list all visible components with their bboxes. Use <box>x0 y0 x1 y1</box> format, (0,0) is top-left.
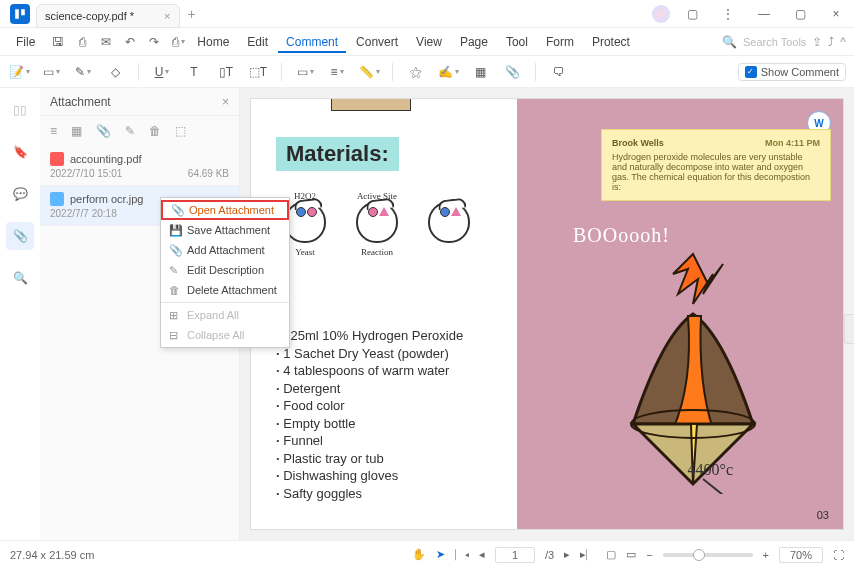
text-tool-icon[interactable]: T <box>183 61 205 83</box>
list-item: Detergent <box>276 380 463 398</box>
stamp-tool-icon[interactable]: ⚝ <box>405 61 427 83</box>
document-viewport[interactable]: Materials: W Brook WellsMon 4:11 PM Hydr… <box>240 88 854 540</box>
menu-edit[interactable]: Edit <box>239 31 276 53</box>
kebab-menu-icon[interactable]: ⋮ <box>714 0 742 28</box>
ctx-open-attachment[interactable]: 📎Open Attachment <box>161 200 289 220</box>
attachments-tab-icon[interactable]: 📎 <box>6 222 34 250</box>
attachment-item[interactable]: accounting.pdf 2022/7/10 15:0164.69 KB <box>40 146 239 186</box>
menu-comment[interactable]: Comment <box>278 31 346 53</box>
edit-attach-icon[interactable]: ✎ <box>125 124 135 138</box>
comment-note[interactable]: Brook WellsMon 4:11 PM Hydrogen peroxide… <box>601 129 831 201</box>
bookmarks-tab-icon[interactable]: 🔖 <box>6 138 34 166</box>
search-tab-icon[interactable]: 🔍 <box>6 264 34 292</box>
hide-comments-icon[interactable]: 🗨 <box>548 61 570 83</box>
list-item: Plastic tray or tub <box>276 450 463 468</box>
list-item: Empty bottle <box>276 415 463 433</box>
select-tool-icon[interactable]: ➤ <box>436 548 445 561</box>
zoom-out-icon[interactable]: − <box>646 549 652 561</box>
sidebar-title: Attachment <box>50 95 111 109</box>
checkbox-checked-icon: ✓ <box>745 66 757 78</box>
file-menu[interactable]: File <box>8 31 43 53</box>
save-icon[interactable]: 🖫 <box>49 33 67 51</box>
tab-title: science-copy.pdf * <box>45 10 134 22</box>
search-tools-input[interactable]: Search Tools <box>743 36 806 48</box>
sidebar-close-icon[interactable]: × <box>222 95 229 109</box>
textbox-tool-icon[interactable]: ▯T <box>215 61 237 83</box>
menu-home[interactable]: Home <box>189 31 237 53</box>
cloud-icon[interactable]: ⤴ <box>828 35 834 49</box>
ctx-edit-description[interactable]: ✎Edit Description <box>161 260 289 280</box>
measure-tool-icon[interactable]: 📏▾ <box>358 61 380 83</box>
zoom-in-icon[interactable]: + <box>763 549 769 561</box>
last-page-icon[interactable]: ▸⎸ <box>580 548 596 561</box>
list-view-icon[interactable]: ≡ <box>50 124 57 138</box>
document-page: Materials: W Brook WellsMon 4:11 PM Hydr… <box>250 98 844 530</box>
hand-tool-icon[interactable]: ✋ <box>412 548 426 561</box>
tab-close-icon[interactable]: × <box>164 10 170 22</box>
page-input[interactable]: 1 <box>495 547 535 563</box>
temperature-label: 4400°c <box>688 461 734 479</box>
account-avatar[interactable] <box>652 5 670 23</box>
print-icon[interactable]: ⎙ <box>73 33 91 51</box>
app-icon <box>10 4 30 24</box>
menu-view[interactable]: View <box>408 31 450 53</box>
scroll-handle[interactable] <box>844 314 854 344</box>
zoom-slider[interactable] <box>663 553 753 557</box>
notification-icon[interactable]: ▢ <box>678 0 706 28</box>
thumbnails-tab-icon[interactable]: ▯▯ <box>6 96 34 124</box>
ctx-delete-attachment[interactable]: 🗑Delete Attachment <box>161 280 289 300</box>
pencil-tool-icon[interactable]: ✎▾ <box>72 61 94 83</box>
menu-protect[interactable]: Protect <box>584 31 638 53</box>
highlight-tool-icon[interactable]: ▭▾ <box>40 61 62 83</box>
menu-tool[interactable]: Tool <box>498 31 536 53</box>
note-tool-icon[interactable]: 📝▾ <box>8 61 30 83</box>
add-attachment-icon[interactable]: ▦ <box>469 61 491 83</box>
menu-form[interactable]: Form <box>538 31 582 53</box>
search-icon[interactable]: 🔍 <box>722 35 737 49</box>
menu-page[interactable]: Page <box>452 31 496 53</box>
new-tab-icon[interactable]: + <box>188 6 196 22</box>
comment-toolbar: 📝▾ ▭▾ ✎▾ ◇ U▾ T ▯T ⬚T ▭▾ ≡▾ 📏▾ ⚝ ✍▾ ▦ 📎 … <box>0 56 854 88</box>
document-tab[interactable]: science-copy.pdf * × <box>36 4 180 28</box>
share-icon[interactable]: ⇪ <box>812 35 822 49</box>
materials-heading: Materials: <box>276 137 399 171</box>
menu-convert[interactable]: Convert <box>348 31 406 53</box>
underline-tool-icon[interactable]: U▾ <box>151 61 173 83</box>
save-attach-icon[interactable]: ⬚ <box>175 124 186 138</box>
fullscreen-icon[interactable]: ⛶ <box>833 549 844 561</box>
fit-width-icon[interactable]: ▭ <box>626 548 636 561</box>
quick-print-icon[interactable]: ⎙▾ <box>169 33 187 51</box>
link-attach-icon[interactable]: 📎 <box>96 124 111 138</box>
prev-page-icon[interactable]: ◂ <box>479 548 485 561</box>
list-item: Safty goggles <box>276 485 463 503</box>
fit-page-icon[interactable]: ▢ <box>606 548 616 561</box>
delete-attach-icon[interactable]: 🗑 <box>149 124 161 138</box>
comments-tab-icon[interactable]: 💬 <box>6 180 34 208</box>
signature-tool-icon[interactable]: ✍▾ <box>437 61 459 83</box>
attachment-icon[interactable]: 📎 <box>501 61 523 83</box>
show-comment-toggle[interactable]: ✓ Show Comment <box>738 63 846 81</box>
area-text-tool-icon[interactable]: ⬚T <box>247 61 269 83</box>
redo-icon[interactable]: ↷ <box>145 33 163 51</box>
minimize-icon[interactable]: — <box>750 0 778 28</box>
ctx-save-attachment[interactable]: 💾Save Attachment <box>161 220 289 240</box>
zoom-thumb[interactable] <box>693 549 705 561</box>
undo-icon[interactable]: ↶ <box>121 33 139 51</box>
ctx-add-attachment[interactable]: 📎Add Attachment <box>161 240 289 260</box>
attach-size: 64.69 KB <box>188 168 229 179</box>
boom-text: BOOoooh! <box>573 224 670 247</box>
shape-line-icon[interactable]: ≡▾ <box>326 61 348 83</box>
collapse-ribbon-icon[interactable]: ^ <box>840 35 846 49</box>
mail-icon[interactable]: ✉ <box>97 33 115 51</box>
diagram-label: Reaction <box>361 247 393 257</box>
ctx-collapse-all: ⊟Collapse All <box>161 325 289 345</box>
titlebar: science-copy.pdf * × + ▢ ⋮ — ▢ × <box>0 0 854 28</box>
eraser-tool-icon[interactable]: ◇ <box>104 61 126 83</box>
first-page-icon[interactable]: ⎸◂ <box>455 548 469 561</box>
zoom-value[interactable]: 70% <box>779 547 823 563</box>
next-page-icon[interactable]: ▸ <box>564 548 570 561</box>
shape-rect-icon[interactable]: ▭▾ <box>294 61 316 83</box>
close-window-icon[interactable]: × <box>822 0 850 28</box>
add-attach-icon[interactable]: ▦ <box>71 124 82 138</box>
maximize-icon[interactable]: ▢ <box>786 0 814 28</box>
